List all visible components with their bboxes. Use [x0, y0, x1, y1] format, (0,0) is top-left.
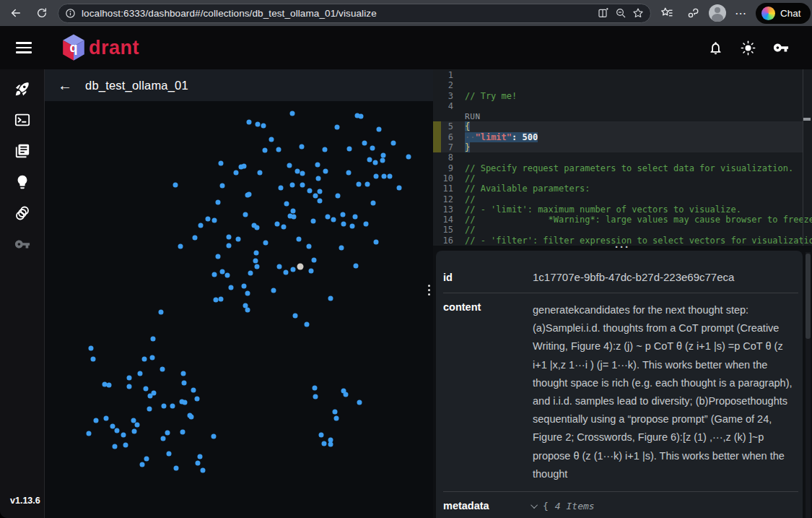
vector-point[interactable]	[300, 171, 305, 176]
vector-point[interactable]	[211, 434, 217, 439]
vector-point[interactable]	[245, 291, 250, 296]
vector-point[interactable]	[254, 251, 259, 256]
vector-point[interactable]	[371, 201, 376, 206]
vector-point[interactable]	[242, 164, 247, 169]
vector-point[interactable]	[341, 212, 346, 217]
split-screen-icon[interactable]	[598, 7, 609, 19]
metadata-value[interactable]: { 4 Items	[533, 501, 793, 511]
vector-point[interactable]	[142, 357, 147, 362]
vector-point[interactable]	[115, 428, 120, 433]
vector-point[interactable]	[313, 394, 318, 400]
browser-essentials-icon[interactable]	[683, 3, 703, 23]
vector-point[interactable]	[277, 264, 282, 269]
vector-point[interactable]	[243, 212, 248, 217]
vector-point[interactable]	[336, 194, 341, 199]
vector-point[interactable]	[275, 222, 280, 227]
vector-point[interactable]	[353, 215, 358, 220]
vector-point[interactable]	[312, 258, 317, 263]
sidebar-item-welcome[interactable]	[12, 79, 32, 99]
vector-point[interactable]	[167, 452, 172, 457]
vector-point[interactable]	[362, 141, 367, 146]
sidebar-item-console[interactable]	[12, 110, 32, 130]
vector-point[interactable]	[253, 259, 258, 264]
favorites-bar-icon[interactable]	[657, 3, 677, 23]
vector-point[interactable]	[138, 371, 143, 376]
vector-point[interactable]	[150, 355, 155, 361]
vector-point[interactable]	[121, 433, 126, 438]
vector-point[interactable]	[300, 144, 305, 150]
vector-point[interactable]	[234, 170, 239, 176]
vector-point[interactable]	[140, 462, 145, 467]
vector-point[interactable]	[160, 367, 165, 372]
vector-point[interactable]	[307, 244, 312, 249]
menu-toggle-icon[interactable]	[16, 42, 32, 53]
qdrant-logo[interactable]: q drant	[61, 33, 139, 62]
vector-point[interactable]	[189, 415, 194, 420]
vector-point[interactable]	[206, 217, 211, 222]
url-text[interactable]: localhost:6333/dashboard#/collections/db…	[82, 8, 592, 19]
vector-point[interactable]	[91, 357, 96, 362]
vector-point[interactable]	[132, 429, 137, 434]
vector-point[interactable]	[161, 436, 166, 441]
vector-point[interactable]	[271, 288, 276, 293]
vector-point[interactable]	[165, 431, 170, 436]
vector-point[interactable]	[127, 384, 132, 389]
vector-point[interactable]	[173, 183, 178, 188]
vector-point[interactable]	[316, 176, 321, 181]
vector-point[interactable]	[300, 183, 305, 188]
browser-menu-icon[interactable]: ⋯	[732, 7, 750, 20]
vector-point[interactable]	[247, 192, 252, 197]
back-button[interactable]: ←	[55, 77, 75, 94]
vector-point[interactable]	[297, 237, 302, 242]
vector-point[interactable]	[313, 194, 318, 199]
vector-point[interactable]	[212, 218, 217, 223]
vector-point[interactable]	[322, 441, 327, 446]
favorite-star-icon[interactable]	[632, 7, 644, 19]
vector-point[interactable]	[261, 124, 266, 129]
vector-point[interactable]	[225, 273, 230, 278]
vector-point[interactable]	[359, 114, 364, 119]
vector-point[interactable]	[323, 169, 328, 174]
vector-point[interactable]	[373, 160, 378, 165]
vector-point[interactable]	[242, 284, 247, 289]
vector-point[interactable]	[247, 120, 252, 125]
vector-point[interactable]	[281, 225, 287, 230]
vector-point[interactable]	[201, 468, 206, 473]
vector-point[interactable]	[290, 183, 295, 188]
vector-point[interactable]	[182, 381, 187, 386]
vector-point[interactable]	[180, 430, 185, 435]
vector-point[interactable]	[365, 182, 370, 187]
vector-point[interactable]	[339, 246, 344, 251]
scatter-plot[interactable]	[45, 101, 433, 518]
vector-point[interactable]	[174, 466, 179, 471]
vector-point[interactable]	[284, 202, 289, 207]
vector-point[interactable]	[357, 400, 362, 405]
vector-point[interactable]	[309, 269, 314, 274]
vector-point[interactable]	[227, 243, 232, 249]
vector-point[interactable]	[196, 461, 201, 466]
vector-point[interactable]	[94, 418, 99, 423]
copilot-chat-button[interactable]: Chat	[756, 3, 811, 24]
vector-point[interactable]	[293, 314, 298, 319]
vector-point[interactable]	[216, 254, 221, 259]
notifications-bell-icon[interactable]	[708, 40, 723, 56]
profile-avatar[interactable]	[709, 4, 726, 22]
editor-scrollbar-thumb[interactable]	[803, 118, 811, 121]
browser-back-icon[interactable]	[6, 3, 26, 23]
detail-scrollbar-thumb[interactable]	[806, 254, 811, 339]
vector-point[interactable]	[328, 442, 333, 447]
vector-point[interactable]	[388, 174, 393, 179]
vector-point[interactable]	[229, 285, 234, 290]
vector-point[interactable]	[397, 186, 402, 191]
vector-point[interactable]	[159, 310, 164, 315]
vector-point[interactable]	[198, 223, 204, 228]
browser-refresh-icon[interactable]	[32, 3, 52, 23]
vector-point[interactable]	[220, 184, 225, 189]
vector-point[interactable]	[335, 125, 340, 130]
vector-point[interactable]	[135, 423, 140, 428]
vector-point[interactable]	[374, 174, 379, 179]
vector-point[interactable]	[380, 158, 385, 163]
vector-point[interactable]	[284, 270, 289, 275]
vector-point[interactable]	[291, 209, 296, 214]
vector-point[interactable]	[319, 433, 324, 438]
